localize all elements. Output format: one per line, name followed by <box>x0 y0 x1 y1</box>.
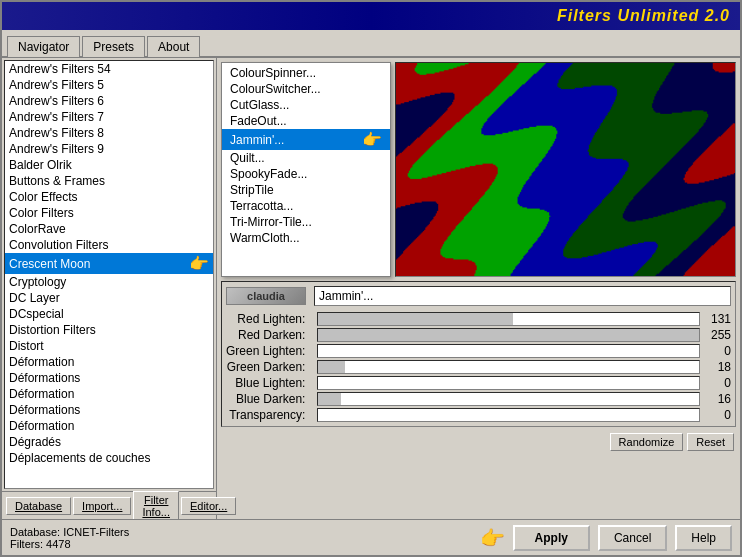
list-item[interactable]: DCspecial <box>5 306 213 322</box>
list-item[interactable]: Convolution Filters <box>5 237 213 253</box>
param-value: 131 <box>706 312 731 326</box>
jammin-header: claudia Jammin'... <box>226 286 731 306</box>
right-panel-top: ColourSpinner...ColourSwitcher...CutGlas… <box>221 62 736 277</box>
param-label: Blue Lighten: <box>226 376 305 390</box>
filters-status: Filters: 4478 <box>10 538 472 550</box>
list-item[interactable]: Andrew's Filters 5 <box>5 77 213 93</box>
jammin-panel: claudia Jammin'... Red Lighten:131Red Da… <box>221 281 736 427</box>
list-item[interactable]: Crescent Moon👉 <box>5 253 213 274</box>
app-title: Filters Unlimited 2.0 <box>557 7 730 25</box>
filters-value: 4478 <box>46 538 70 550</box>
list-item[interactable]: Déformations <box>5 370 213 386</box>
list-item[interactable]: Andrew's Filters 6 <box>5 93 213 109</box>
list-item[interactable]: Andrew's Filters 54 <box>5 61 213 77</box>
list-item[interactable]: Distortion Filters <box>5 322 213 338</box>
hand-icon: 👉 <box>480 526 505 550</box>
filters-label: Filters: <box>10 538 43 550</box>
list-item[interactable]: Déformation <box>5 418 213 434</box>
param-value: 0 <box>706 408 731 422</box>
arrow-icon: 👉 <box>362 130 382 149</box>
title-bar: Filters Unlimited 2.0 <box>2 2 740 30</box>
popup-item[interactable]: ColourSwitcher... <box>222 81 390 97</box>
list-item[interactable]: Andrew's Filters 7 <box>5 109 213 125</box>
params-grid: Red Lighten:131Red Darken:255Green Light… <box>226 312 731 422</box>
preview-canvas <box>396 63 735 276</box>
list-item[interactable]: Color Filters <box>5 205 213 221</box>
help-button[interactable]: Help <box>675 525 732 551</box>
database-label: Database: <box>10 526 60 538</box>
list-item[interactable]: Déformation <box>5 386 213 402</box>
database-value: ICNET-Filters <box>63 526 129 538</box>
list-item[interactable]: Déformation <box>5 354 213 370</box>
param-slider[interactable] <box>317 312 700 326</box>
popup-item[interactable]: Jammin'...👉 <box>222 129 390 150</box>
list-item[interactable]: Buttons & Frames <box>5 173 213 189</box>
right-bottom-bar: Randomize Reset <box>221 431 736 453</box>
database-button[interactable]: Database <box>6 497 71 515</box>
tab-bar: Navigator Presets About <box>2 30 740 58</box>
param-value: 0 <box>706 376 731 390</box>
param-slider[interactable] <box>317 392 700 406</box>
param-label: Green Darken: <box>226 360 305 374</box>
param-slider[interactable] <box>317 408 700 422</box>
popup-item[interactable]: StripTile <box>222 182 390 198</box>
popup-item[interactable]: FadeOut... <box>222 113 390 129</box>
param-label: Green Lighten: <box>226 344 305 358</box>
list-item[interactable]: DC Layer <box>5 290 213 306</box>
popup-list[interactable]: ColourSpinner...ColourSwitcher...CutGlas… <box>221 62 391 277</box>
popup-item[interactable]: SpookyFade... <box>222 166 390 182</box>
jammin-title: Jammin'... <box>314 286 731 306</box>
list-item[interactable]: ColorRave <box>5 221 213 237</box>
jammin-logo: claudia <box>226 287 306 305</box>
bottom-toolbar: Database Import... Filter Info... Editor… <box>2 491 216 519</box>
status-text: Database: ICNET-Filters Filters: 4478 <box>10 526 472 550</box>
preview-area <box>395 62 736 277</box>
list-container: Andrew's Filters 54Andrew's Filters 5And… <box>2 58 216 491</box>
param-slider[interactable] <box>317 376 700 390</box>
list-item[interactable]: Andrew's Filters 8 <box>5 125 213 141</box>
popup-item[interactable]: CutGlass... <box>222 97 390 113</box>
database-status: Database: ICNET-Filters <box>10 526 472 538</box>
popup-item[interactable]: WarmCloth... <box>222 230 390 246</box>
apply-button[interactable]: Apply <box>513 525 590 551</box>
param-slider[interactable] <box>317 360 700 374</box>
content-area: Andrew's Filters 54Andrew's Filters 5And… <box>2 58 740 519</box>
param-value: 18 <box>706 360 731 374</box>
main-list[interactable]: Andrew's Filters 54Andrew's Filters 5And… <box>4 60 214 489</box>
tab-presets[interactable]: Presets <box>82 36 145 57</box>
list-item[interactable]: Cryptology <box>5 274 213 290</box>
param-value: 16 <box>706 392 731 406</box>
reset-button[interactable]: Reset <box>687 433 734 451</box>
arrow-icon: 👉 <box>189 254 209 273</box>
tab-about[interactable]: About <box>147 36 200 57</box>
param-value: 255 <box>706 328 731 342</box>
randomize-button[interactable]: Randomize <box>610 433 684 451</box>
param-label: Red Lighten: <box>226 312 305 326</box>
popup-item[interactable]: Quilt... <box>222 150 390 166</box>
popup-item[interactable]: Terracotta... <box>222 198 390 214</box>
param-label: Transparency: <box>226 408 305 422</box>
cancel-button[interactable]: Cancel <box>598 525 667 551</box>
list-item[interactable]: Distort <box>5 338 213 354</box>
popup-item[interactable]: ColourSpinner... <box>222 65 390 81</box>
right-panel: ColourSpinner...ColourSwitcher...CutGlas… <box>217 58 740 519</box>
tab-navigator[interactable]: Navigator <box>7 36 80 57</box>
param-slider[interactable] <box>317 328 700 342</box>
list-item[interactable]: Color Effects <box>5 189 213 205</box>
status-bar: Database: ICNET-Filters Filters: 4478 👉 … <box>2 519 740 555</box>
popup-item[interactable]: Tri-Mirror-Tile... <box>222 214 390 230</box>
filter-info-button[interactable]: Filter Info... <box>133 491 179 520</box>
list-item[interactable]: Balder Olrik <box>5 157 213 173</box>
left-panel: Andrew's Filters 54Andrew's Filters 5And… <box>2 58 217 519</box>
list-item[interactable]: Andrew's Filters 9 <box>5 141 213 157</box>
list-item[interactable]: Déformations <box>5 402 213 418</box>
param-value: 0 <box>706 344 731 358</box>
param-label: Blue Darken: <box>226 392 305 406</box>
param-label: Red Darken: <box>226 328 305 342</box>
list-item[interactable]: Dégradés <box>5 434 213 450</box>
list-item[interactable]: Déplacements de couches <box>5 450 213 466</box>
import-button[interactable]: Import... <box>73 497 131 515</box>
param-slider[interactable] <box>317 344 700 358</box>
